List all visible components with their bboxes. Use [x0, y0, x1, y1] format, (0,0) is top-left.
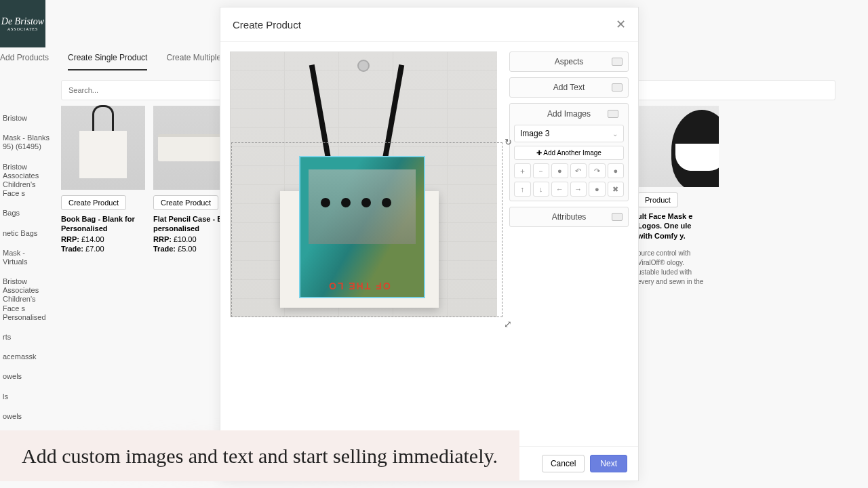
rotate-left-icon[interactable]: ↶ [570, 163, 587, 178]
circle-icon[interactable]: ● [551, 163, 568, 178]
camera-icon [612, 83, 623, 92]
product-description: ource control with ViralOff® ology. usta… [637, 249, 705, 287]
sidebar-item[interactable]: Bags [0, 203, 54, 223]
rotate-right-icon[interactable]: ↷ [589, 163, 606, 178]
add-another-image-button[interactable]: ✚ Add Another Image [514, 146, 624, 160]
nav-tabs: Add Products Create Single Product Creat… [0, 53, 252, 70]
modal-title: Create Product [233, 19, 301, 30]
tab-create-single[interactable]: Create Single Product [68, 53, 147, 70]
reload-icon[interactable]: ↻ [505, 137, 512, 147]
sidebar-item[interactable]: Mask - Blanks 95) (61495) [0, 128, 54, 157]
move-down-icon[interactable]: ↓ [533, 182, 550, 197]
delete-icon[interactable]: ✖ [608, 182, 625, 197]
image-tools-row1: ＋ － ● ↶ ↷ ● [514, 163, 624, 178]
plus-icon: ✚ [536, 149, 542, 157]
design-canvas[interactable]: ↻ ⤢ OF THE LO [230, 52, 497, 317]
product-card: Create Product Book Bag - Blank for Pers… [61, 106, 145, 253]
zoom-in-icon[interactable]: ＋ [514, 163, 531, 178]
move-left-icon[interactable]: ← [551, 182, 568, 197]
sidebar-item[interactable]: Bristow [0, 108, 54, 128]
sidebar-item[interactable]: owels [0, 367, 54, 386]
circle-icon[interactable]: ● [589, 182, 606, 197]
create-product-button[interactable]: Create Product [153, 195, 218, 210]
product-card: Product ult Face Mask e Logos. One ule w… [637, 106, 705, 287]
tab-add-products[interactable]: Add Products [0, 53, 49, 70]
brand-logo: De Bristow ASSOCIATES [0, 0, 45, 47]
create-product-button[interactable]: Product [637, 192, 678, 207]
sidebar-item[interactable]: rts [0, 327, 54, 347]
add-images-panel[interactable]: Add Images [514, 108, 624, 121]
product-thumb [61, 106, 145, 190]
sidebar-item[interactable]: netic Bags [0, 224, 54, 243]
camera-icon [612, 213, 623, 221]
promo-caption: Add custom images and text and start sel… [0, 430, 519, 481]
product-thumb [637, 106, 719, 187]
next-button[interactable]: Next [590, 455, 627, 472]
image-tools-row2: ↑ ↓ ← → ● ✖ [514, 182, 624, 197]
product-rrp: RRP: £14.00 [61, 235, 145, 243]
sidebar-item[interactable]: ls [0, 387, 54, 407]
cancel-button[interactable]: Cancel [542, 455, 585, 472]
attributes-panel[interactable]: Attributes [510, 207, 628, 226]
product-grid: Create Product Book Bag - Blank for Pers… [61, 106, 237, 253]
add-text-panel[interactable]: Add Text [510, 78, 628, 97]
close-icon[interactable]: ✕ [616, 17, 626, 32]
category-sidebar: Bristow Mask - Blanks 95) (61495) Bristo… [0, 108, 54, 455]
chevron-down-icon: ⌄ [612, 130, 618, 138]
sidebar-item[interactable]: owels [0, 407, 54, 426]
camera-icon [608, 110, 618, 118]
product-title: Book Bag - Blank for Personalised [61, 214, 145, 234]
aspects-panel[interactable]: Aspects [510, 52, 628, 71]
move-right-icon[interactable]: → [570, 182, 587, 197]
modal-header: Create Product ✕ [220, 7, 638, 42]
camera-icon [612, 58, 623, 66]
editor-side-panel: Aspects Add Text Add Images Image 3 ⌄ [509, 52, 629, 436]
circle-icon[interactable]: ● [608, 163, 625, 178]
placed-image[interactable]: OF THE LO [299, 156, 425, 298]
image-select[interactable]: Image 3 ⌄ [514, 125, 624, 142]
sidebar-item[interactable]: acemassk [0, 347, 54, 367]
sidebar-item[interactable]: Bristow Associates Children's Face s [0, 157, 54, 204]
sidebar-item[interactable]: Bristow Associates Children's Face s Per… [0, 272, 54, 327]
sidebar-item[interactable]: Mask - Virtuals [0, 243, 54, 272]
move-up-icon[interactable]: ↑ [514, 182, 531, 197]
product-title: ult Face Mask e Logos. One ule with Comf… [637, 211, 705, 241]
product-trade: Trade: £7.00 [61, 245, 145, 253]
create-product-modal: Create Product ✕ ↻ ⤢ OF THE LO Aspe [220, 7, 639, 481]
expand-icon[interactable]: ⤢ [504, 319, 512, 329]
create-product-button[interactable]: Create Product [61, 195, 126, 210]
zoom-out-icon[interactable]: － [533, 163, 550, 178]
